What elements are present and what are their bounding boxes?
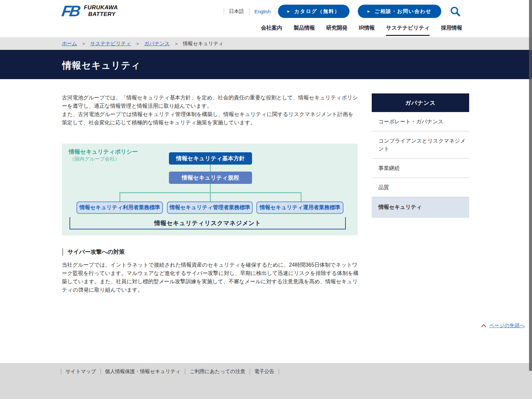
breadcrumb-separator: > — [136, 41, 139, 46]
nav-item-rd[interactable]: 研究開発 — [326, 25, 347, 36]
diagram-connector — [210, 192, 211, 201]
site-footer: サイトマップ 個人情報保護・情報セキュリティ ご利用にあたっての注意 電子公告 — [0, 363, 532, 399]
lang-english-link[interactable]: English — [254, 9, 271, 14]
sidebar-item-information-security[interactable]: 情報セキュリティ — [372, 197, 469, 218]
breadcrumb-home-link[interactable]: ホーム — [62, 41, 77, 47]
search-button[interactable] — [449, 5, 462, 18]
risk-management-label: 情報セキュリティリスクマネジメント — [154, 219, 261, 227]
heading-accent-bar — [62, 248, 63, 256]
logo-wordmark: FURUKAWA BATTERY — [84, 4, 118, 17]
security-policy-diagram: 情報セキュリティポリシー （国内グループ会社） 情報セキュリティ基本方針 情報セ… — [62, 144, 358, 235]
catalog-button[interactable]: ▶ カタログ（無料） — [278, 5, 349, 18]
global-nav: 会社案内 製品情報 研究開発 IR情報 サステナビリティ 採用情報 — [261, 25, 462, 36]
footer-link-privacy[interactable]: 個人情報保護・情報セキュリティ — [105, 368, 181, 375]
diagram-connector — [119, 192, 120, 201]
nav-item-sustainability[interactable]: サステナビリティ — [386, 25, 430, 36]
nav-item-products[interactable]: 製品情報 — [294, 25, 315, 36]
diagram-connector — [301, 192, 302, 201]
footer-links: サイトマップ 個人情報保護・情報セキュリティ ご利用にあたっての注意 電子公告 — [57, 368, 283, 375]
intro-paragraph-1: 古河電池グループでは、「情報セキュリティ基本方針」を定め、社会的責任の重要な役割… — [62, 93, 358, 110]
cyber-section-body: 当社グループでは、イントラネットで接続された情報資産のセキュリティを確保するため… — [62, 261, 358, 294]
page-top-label: ページの先頭へ — [489, 323, 525, 329]
diagram-box-user-standard: 情報セキュリティ利用者業務標準 — [76, 201, 163, 214]
cyber-heading-text: サイバー攻撃への対策 — [67, 248, 125, 256]
sidebar-item-compliance-risk[interactable]: コンプライアンスとリスクマネジメント — [372, 131, 469, 159]
divider — [224, 8, 224, 15]
diagram-title: 情報セキュリティポリシー — [69, 148, 138, 156]
breadcrumb-sustainability-link[interactable]: サステナビリティ — [90, 41, 131, 47]
diagram-connector — [210, 165, 211, 172]
divider — [185, 369, 185, 374]
diagram-box-regulations: 情報セキュリティ規程 — [169, 172, 252, 184]
divider — [279, 369, 279, 374]
footer-link-sitemap[interactable]: サイトマップ — [66, 368, 96, 375]
site-header: FB FURUKAWA BATTERY 日本語 English ▶ カタログ（無… — [0, 0, 532, 37]
cyber-section-heading: サイバー攻撃への対策 — [62, 248, 125, 256]
page-title: 情報セキュリティ — [62, 59, 141, 72]
page-top-link[interactable]: ページの先頭へ — [481, 323, 525, 329]
diagram-box-basic-policy: 情報セキュリティ基本方針 — [169, 152, 252, 165]
divider — [61, 369, 61, 374]
divider — [250, 369, 250, 374]
lang-japanese-link[interactable]: 日本語 — [229, 8, 244, 15]
risk-management-bracket: 情報セキュリティリスクマネジメント — [69, 217, 346, 229]
language-switch: 日本語 English — [219, 7, 281, 16]
page-title-banner: 情報セキュリティ — [0, 50, 532, 79]
breadcrumb-separator: > — [82, 41, 85, 46]
diagram-subtitle: （国内グループ会社） — [69, 156, 120, 162]
sidebar-item-quality[interactable]: 品質 — [372, 178, 469, 197]
fb-logo-icon: FB — [61, 3, 82, 19]
footer-link-terms[interactable]: ご利用にあたっての注意 — [190, 368, 245, 375]
breadcrumb: ホーム > サステナビリティ > ガバナンス > 情報セキュリティ — [62, 37, 223, 50]
contact-button[interactable]: ▶ ご相談・お問い合わせ — [358, 5, 441, 18]
sidebar-title: ガバナンス — [372, 93, 469, 112]
play-icon: ▶ — [367, 10, 370, 13]
divider — [276, 8, 276, 15]
nav-item-recruit[interactable]: 採用情報 — [441, 25, 462, 36]
sidebar-item-business-continuity[interactable]: 事業継続 — [372, 159, 469, 178]
search-icon — [450, 6, 461, 17]
breadcrumb-separator: > — [175, 41, 178, 46]
nav-item-ir[interactable]: IR情報 — [359, 25, 375, 36]
play-icon: ▶ — [287, 10, 290, 13]
chevron-up-icon — [481, 324, 486, 328]
diagram-box-admin-standard: 情報セキュリティ管理者業務標準 — [167, 201, 253, 214]
intro-text: 古河電池グループでは、「情報セキュリティ基本方針」を定め、社会的責任の重要な役割… — [62, 93, 358, 127]
governance-sidebar: ガバナンス コーポレート・ガバナンス コンプライアンスとリスクマネジメント 事業… — [372, 93, 469, 218]
breadcrumb-governance-link[interactable]: ガバナンス — [144, 41, 170, 47]
diagram-box-operator-standard: 情報セキュリティ運用者業務標準 — [256, 201, 343, 214]
contact-button-label: ご相談・お問い合わせ — [374, 8, 432, 15]
breadcrumb-current: 情報セキュリティ — [183, 41, 223, 47]
divider — [100, 369, 101, 374]
diagram-connector — [210, 184, 211, 193]
scrollbar[interactable] — [529, 0, 532, 371]
logo-word-line2: BATTERY — [84, 11, 118, 18]
divider — [249, 8, 249, 15]
breadcrumb-bar: ホーム > サステナビリティ > ガバナンス > 情報セキュリティ — [0, 37, 532, 50]
sidebar-item-corporate-governance[interactable]: コーポレート・ガバナンス — [372, 112, 469, 131]
footer-link-public-notice[interactable]: 電子公告 — [254, 368, 274, 375]
logo-word-line1: FURUKAWA — [84, 4, 118, 11]
company-logo[interactable]: FB FURUKAWA BATTERY — [62, 3, 118, 19]
intro-paragraph-2: また、古河電池グループでは情報セキュリティ管理体制を構築し、情報セキュリティに関… — [62, 110, 358, 127]
catalog-button-label: カタログ（無料） — [294, 8, 340, 15]
nav-item-company[interactable]: 会社案内 — [261, 25, 282, 36]
